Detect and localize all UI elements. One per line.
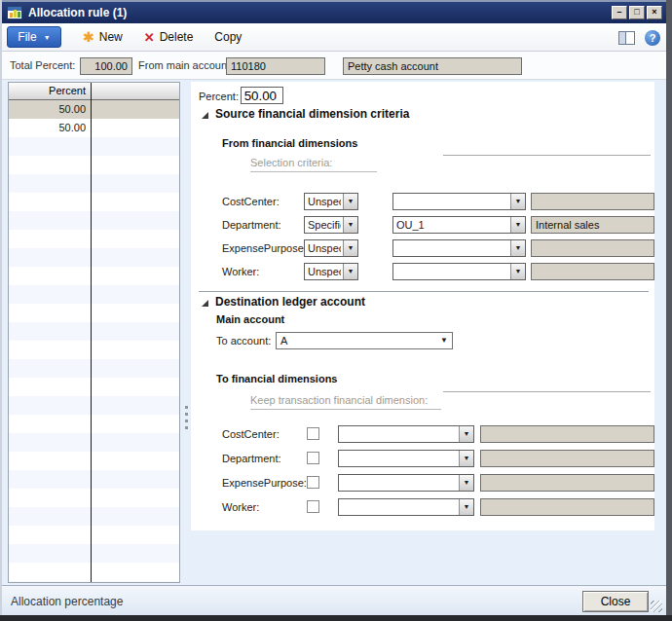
dest-worker-checkbox[interactable] — [307, 500, 319, 513]
percent-cell[interactable]: 50.00 — [9, 119, 91, 137]
total-percent-label: Total Percent: — [10, 59, 75, 71]
chevron-down-icon[interactable]: ▼ — [510, 240, 525, 256]
source-expensepurpose-value-select[interactable]: ▼ — [392, 239, 526, 257]
dest-expensepurpose-description — [480, 474, 654, 492]
dest-worker-label: Worker: — [222, 498, 259, 516]
dest-expensepurpose-label: ExpensePurpose: — [222, 474, 307, 492]
chevron-down-icon[interactable]: ▼ — [343, 264, 357, 279]
source-expensepurpose-label: ExpensePurpose: — [222, 239, 307, 257]
source-costcenter-specificity-select[interactable]: Unspecific ▼ — [304, 193, 358, 210]
chevron-down-icon[interactable]: ▼ — [459, 475, 473, 491]
source-department-value-select[interactable]: OU_1 ▼ — [392, 216, 526, 234]
window-frame-right — [666, 0, 672, 621]
resize-grip[interactable] — [651, 601, 662, 612]
section-expand-icon[interactable] — [202, 112, 208, 119]
from-main-account-label: From main account: — [138, 59, 233, 71]
grid-column-divider — [91, 83, 92, 582]
new-star-icon: ✱ — [83, 30, 94, 44]
new-button[interactable]: ✱ New — [83, 30, 123, 44]
delete-x-icon: ✕ — [144, 31, 155, 44]
status-bar: Allocation percentage Close — [2, 585, 666, 615]
delete-button-label: Delete — [160, 30, 194, 44]
dest-costcenter-checkbox[interactable] — [307, 427, 319, 440]
help-icon[interactable]: ? — [645, 30, 660, 46]
source-section-title[interactable]: Source financial dimension criteria — [215, 107, 409, 121]
chevron-down-icon: ▼ — [44, 34, 51, 41]
chevron-down-icon[interactable]: ▼ — [510, 194, 525, 209]
chevron-down-icon[interactable]: ▼ — [510, 264, 525, 279]
source-worker-label: Worker: — [222, 263, 259, 280]
minimize-button[interactable]: – — [612, 6, 627, 19]
chevron-down-icon[interactable]: ▼ — [459, 451, 473, 466]
dest-department-checkbox[interactable] — [307, 452, 319, 464]
chevron-down-icon[interactable]: ▼ — [510, 217, 525, 233]
source-department-specificity-select[interactable]: Specific ▼ — [304, 216, 358, 234]
to-financial-dimensions-heading: To financial dimensions — [216, 373, 337, 384]
grid-empty-rows — [9, 137, 179, 582]
copy-button[interactable]: Copy — [214, 30, 242, 44]
dest-expensepurpose-checkbox[interactable] — [307, 476, 319, 489]
header-bar: Total Percent: 100.00 From main account:… — [2, 52, 666, 80]
chevron-down-icon: ▼ — [440, 333, 448, 348]
app-chart-icon — [7, 6, 22, 19]
source-costcenter-label: CostCenter: — [222, 193, 280, 210]
dest-worker-value-select[interactable]: ▼ — [338, 498, 474, 516]
file-menu-button[interactable]: File ▼ — [7, 26, 61, 48]
account-name-field: Petty cash account — [343, 57, 522, 75]
grid-row-2[interactable]: 50.00 — [9, 119, 179, 137]
to-account-select[interactable]: A ▼ — [276, 332, 453, 349]
dest-department-label: Department: — [222, 450, 281, 467]
delete-button[interactable]: ✕ Delete — [144, 30, 194, 44]
empty-column-header[interactable] — [92, 83, 179, 100]
chevron-down-icon[interactable]: ▼ — [343, 194, 357, 209]
source-costcenter-value-select[interactable]: ▼ — [392, 193, 526, 210]
dest-department-value-select[interactable]: ▼ — [338, 450, 474, 467]
main-area: Percent 50.00 50.00 Percent: Sou — [2, 80, 666, 585]
source-costcenter-description — [531, 193, 654, 210]
total-percent-field: 100.00 — [80, 57, 132, 75]
section-divider — [199, 291, 649, 292]
grid-row-1[interactable]: 50.00 — [9, 100, 179, 119]
destination-section-title[interactable]: Destination ledger account — [215, 295, 365, 309]
chevron-down-icon[interactable]: ▼ — [459, 499, 473, 515]
chevron-down-icon[interactable]: ▼ — [343, 217, 357, 233]
main-account-heading: Main account — [216, 313, 284, 325]
source-worker-description — [531, 263, 654, 280]
keep-transaction-rule — [443, 391, 651, 392]
window-title: Allocation rule (1) — [28, 6, 127, 19]
percent-input[interactable] — [241, 87, 283, 104]
chevron-down-icon[interactable]: ▼ — [343, 240, 357, 256]
dest-costcenter-label: CostCenter: — [222, 425, 280, 443]
source-department-label: Department: — [222, 216, 281, 234]
percent-cell[interactable]: 50.00 — [9, 100, 91, 119]
layout-pane-icon[interactable] — [618, 31, 635, 45]
close-button[interactable]: Close — [582, 591, 649, 612]
grid-header-row: Percent — [9, 83, 179, 100]
close-window-button[interactable]: × — [647, 6, 662, 19]
title-bar: Allocation rule (1) – □ × — [2, 2, 666, 23]
percent-column-header[interactable]: Percent — [9, 83, 91, 100]
dest-department-description — [480, 450, 654, 467]
panel-splitter[interactable] — [182, 82, 191, 581]
dest-costcenter-value-select[interactable]: ▼ — [338, 425, 474, 443]
allocation-rule-window: Allocation rule (1) – □ × File ▼ ✱ New ✕… — [0, 0, 672, 621]
source-expensepurpose-specificity-select[interactable]: Unspecific ▼ — [304, 239, 358, 257]
to-account-label: To account: — [216, 332, 271, 349]
dest-worker-description — [480, 498, 654, 516]
source-department-description: Internal sales — [531, 216, 654, 234]
percent-label: Percent: — [199, 91, 239, 102]
file-menu-label: File — [18, 30, 36, 44]
source-worker-value-select[interactable]: ▼ — [392, 263, 526, 280]
source-worker-specificity-select[interactable]: Unspecific ▼ — [304, 263, 358, 280]
maximize-button[interactable]: □ — [629, 6, 645, 19]
selection-criteria-label: Selection criteria: — [250, 157, 377, 172]
status-text: Allocation percentage — [11, 595, 123, 608]
chevron-down-icon[interactable]: ▼ — [459, 426, 473, 442]
source-expensepurpose-description — [531, 239, 654, 257]
keep-transaction-dimension-label: Keep transaction financial dimension: — [250, 394, 441, 410]
percent-grid[interactable]: Percent 50.00 50.00 — [8, 82, 180, 583]
window-frame-bottom — [0, 615, 672, 621]
toolbar: File ▼ ✱ New ✕ Delete Copy ? — [2, 23, 666, 52]
section-expand-icon[interactable] — [202, 300, 208, 307]
dest-expensepurpose-value-select[interactable]: ▼ — [338, 474, 474, 492]
